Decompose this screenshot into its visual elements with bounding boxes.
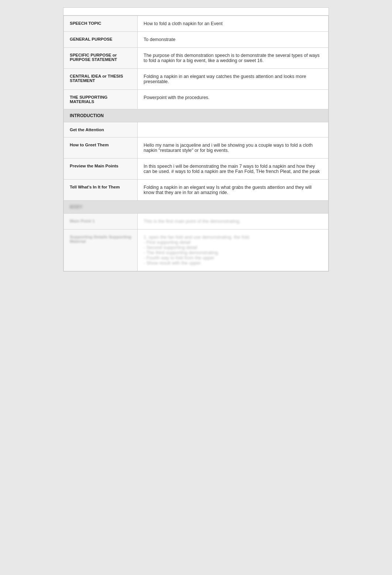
label-cell-1: GENERAL PURPOSE (64, 32, 138, 48)
document-title (63, 8, 329, 16)
section-header-10: BODY (64, 201, 329, 214)
value-cell-1: To demonstrate (138, 32, 329, 48)
label-cell-12: Supporting Details Supporting Material (64, 229, 138, 271)
label-cell-2: SPECIFIC PURPOSE or PURPOSE STATEMENT (64, 48, 138, 69)
section-header-5: INTRODUCTION (64, 109, 329, 122)
label-cell-6: Get the Attention (64, 122, 138, 137)
value-cell-8: In this speech i will be demonstrating t… (138, 159, 329, 180)
document-container: SPEECH TOPICHow to fold a cloth napkin f… (63, 7, 329, 272)
label-cell-4: THE SUPPORTING MATERIALS (64, 90, 138, 109)
value-cell-11: This is the first main point of the demo… (138, 214, 329, 229)
label-cell-9: Tell What's In It for Them (64, 180, 138, 201)
value-cell-7: Hello my name is jacqueline and i will b… (138, 137, 329, 159)
value-cell-2: The purpose of this demonstration speech… (138, 48, 329, 69)
value-cell-3: Folding a napkin in an elegant way catch… (138, 69, 329, 90)
value-cell-6 (138, 122, 329, 137)
value-cell-0: How to fold a cloth napkin for an Event (138, 16, 329, 32)
label-cell-8: Preview the Main Points (64, 159, 138, 180)
label-cell-7: How to Greet Them (64, 137, 138, 159)
value-cell-9: Folding a napkin in an elegant way Is wh… (138, 180, 329, 201)
label-cell-3: CENTRAL IDEA or THESIS STATEMENT (64, 69, 138, 90)
label-cell-11: Main Point 1 (64, 214, 138, 229)
outline-table: SPEECH TOPICHow to fold a cloth napkin f… (63, 16, 329, 271)
label-cell-0: SPEECH TOPIC (64, 16, 138, 32)
value-cell-12: 1. open the fan fold and use demonstrati… (138, 229, 329, 271)
value-cell-4: Powerpoint with the procedures. (138, 90, 329, 109)
